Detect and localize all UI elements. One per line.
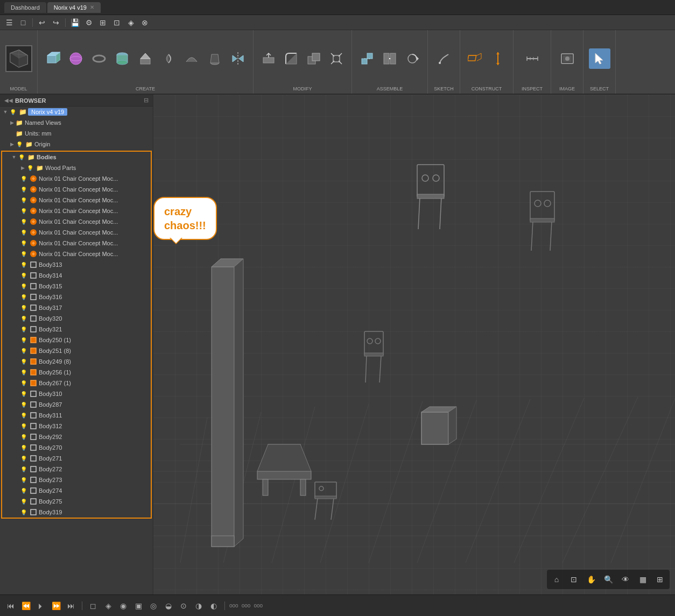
- tree-body311[interactable]: 💡 Body311: [2, 410, 151, 421]
- tree-body320[interactable]: 💡 Body320: [2, 313, 151, 324]
- settings-button[interactable]: ⚙: [83, 17, 95, 29]
- create-extrude-tool[interactable]: [135, 48, 156, 69]
- tree-units[interactable]: ▶ 📁 Units: mm: [0, 128, 153, 139]
- status-tool6[interactable]: ◒: [162, 599, 175, 612]
- model-cube-view[interactable]: [5, 45, 32, 72]
- nav-grid-button[interactable]: ⊞: [652, 572, 667, 587]
- status-tool4[interactable]: ▣: [132, 599, 145, 612]
- share-button[interactable]: ⊗: [139, 17, 151, 29]
- nav-zoom-button[interactable]: 🔍: [601, 572, 616, 587]
- modify-press-pull-tool[interactable]: [258, 48, 279, 69]
- tree-component-8[interactable]: 💡 Norix 01 Chair Concept Moc...: [2, 249, 151, 259]
- create-box-tool[interactable]: [42, 48, 64, 69]
- status-tool5[interactable]: ◎: [147, 599, 160, 612]
- tree-body319[interactable]: 💡 Body319: [2, 507, 151, 518]
- create-sphere-tool[interactable]: [65, 48, 87, 69]
- status-tool2[interactable]: ◈: [102, 599, 115, 612]
- tree-body312[interactable]: 💡 Body312: [2, 421, 151, 431]
- status-tool7[interactable]: ⊙: [177, 599, 190, 612]
- new-button[interactable]: □: [17, 17, 29, 29]
- tree-origin[interactable]: ▶ 💡 📁 Origin: [0, 139, 153, 150]
- capture-button[interactable]: ◈: [125, 17, 137, 29]
- undo-button[interactable]: ↩: [36, 17, 48, 29]
- ribbon-construct-label: CONSTRUCT: [472, 86, 502, 91]
- tree-body321[interactable]: 💡 Body321: [2, 324, 151, 335]
- nav-pan-button[interactable]: ✋: [583, 572, 599, 587]
- inspect-measure-tool[interactable]: [522, 48, 543, 69]
- create-cylinder-tool[interactable]: [111, 48, 133, 69]
- browser-collapse-icon[interactable]: ◀◀: [4, 97, 13, 103]
- tree-component-3[interactable]: 💡 Norix 01 Chair Concept Moc...: [2, 195, 151, 206]
- tree-body287[interactable]: 💡 Body287: [2, 399, 151, 410]
- status-prev[interactable]: ⏪: [19, 599, 32, 612]
- tree-component-7[interactable]: 💡 Norix 01 Chair Concept Moc...: [2, 238, 151, 249]
- create-torus-tool[interactable]: [88, 48, 110, 69]
- nav-display-mode-button[interactable]: ▦: [635, 572, 650, 587]
- save-button[interactable]: 💾: [69, 17, 81, 29]
- modify-combine-tool[interactable]: [303, 48, 325, 69]
- 3d-viewport[interactable]: crazychaos!!! ⌂ ⊡ ✋ 🔍 👁 ▦ ⊞: [153, 95, 675, 594]
- tab-norix[interactable]: Norix v4 v19 ✕: [47, 2, 101, 13]
- tree-body271[interactable]: 💡 Body271: [2, 453, 151, 464]
- nav-fit-button[interactable]: ⊡: [566, 572, 581, 587]
- tree-body317[interactable]: 💡 Body317: [2, 302, 151, 313]
- create-mirror-tool[interactable]: [227, 48, 249, 69]
- redo-button[interactable]: ↪: [50, 17, 62, 29]
- tree-body274[interactable]: 💡 Body274: [2, 485, 151, 496]
- sketch-tool[interactable]: [433, 48, 455, 69]
- tree-body275[interactable]: 💡 Body275: [2, 496, 151, 507]
- tree-body315[interactable]: 💡 Body315: [2, 281, 151, 292]
- construct-axis-tool[interactable]: [487, 48, 509, 69]
- menu-button[interactable]: ☰: [3, 17, 15, 29]
- nav-look-button[interactable]: 👁: [618, 572, 633, 587]
- assemble-rigid-tool[interactable]: [379, 48, 400, 69]
- tree-component-2[interactable]: 💡 Norix 01 Chair Concept Moc...: [2, 184, 151, 195]
- status-tool9[interactable]: ◐: [207, 599, 220, 612]
- display-button[interactable]: ⊡: [111, 17, 123, 29]
- tree-body249[interactable]: 💡 Body249 (8): [2, 356, 151, 367]
- tree-body273[interactable]: 💡 Body273: [2, 475, 151, 485]
- assemble-joint-tool[interactable]: [356, 48, 378, 69]
- tree-body310[interactable]: 💡 Body310: [2, 388, 151, 399]
- tree-bodies[interactable]: ▼ 💡 📁 Bodies: [2, 152, 151, 162]
- tree-component-5[interactable]: 💡 Norix 01 Chair Concept Moc...: [2, 216, 151, 227]
- status-tool3[interactable]: ◉: [117, 599, 130, 612]
- tree-component-4[interactable]: 💡 Norix 01 Chair Concept Moc...: [2, 206, 151, 216]
- tree-body314[interactable]: 💡 Body314: [2, 270, 151, 281]
- status-next[interactable]: ⏩: [50, 599, 62, 612]
- assemble-motion-tool[interactable]: [402, 48, 423, 69]
- status-tool8[interactable]: ◑: [192, 599, 205, 612]
- tab-norix-close[interactable]: ✕: [90, 4, 94, 10]
- grid-button[interactable]: ⊞: [97, 17, 109, 29]
- image-render-tool[interactable]: [557, 48, 578, 69]
- tree-named-views[interactable]: ▶ 📁 Named Views: [0, 117, 153, 128]
- create-loft-tool[interactable]: [204, 48, 226, 69]
- tree-body250[interactable]: 💡 Body250 (1): [2, 335, 151, 345]
- tree-body267[interactable]: 💡 Body267 (1): [2, 378, 151, 388]
- construct-plane-tool[interactable]: [465, 48, 486, 69]
- create-revolve-tool[interactable]: [158, 48, 179, 69]
- status-next-next[interactable]: ⏭: [65, 599, 78, 612]
- tree-wood-parts[interactable]: ▶ 💡 📁 Wood Parts: [2, 162, 151, 173]
- select-tool[interactable]: [589, 48, 610, 69]
- status-prev-prev[interactable]: ⏮: [4, 599, 17, 612]
- tree-body292[interactable]: 💡 Body292: [2, 431, 151, 442]
- tree-body251[interactable]: 💡 Body251 (8): [2, 345, 151, 356]
- modify-fillet-tool[interactable]: [280, 48, 302, 69]
- tree-root-item[interactable]: ▼ 💡 📁 Norix v4 v19: [0, 107, 153, 117]
- status-tool1[interactable]: ◻: [87, 599, 100, 612]
- tree-component-6[interactable]: 💡 Norix 01 Chair Concept Moc...: [2, 227, 151, 238]
- body313-bulb: 💡: [19, 260, 28, 269]
- tree-body270[interactable]: 💡 Body270: [2, 442, 151, 453]
- browser-menu-icon[interactable]: ⊟: [144, 97, 149, 104]
- tab-dashboard[interactable]: Dashboard: [4, 2, 46, 13]
- modify-scale-tool[interactable]: [326, 48, 347, 69]
- tree-body272[interactable]: 💡 Body272: [2, 464, 151, 475]
- tree-body313[interactable]: 💡 Body313: [2, 259, 151, 270]
- nav-home-button[interactable]: ⌂: [549, 572, 564, 587]
- tree-component-1[interactable]: 💡 Norix 01 Chair Concept Moc...: [2, 173, 151, 184]
- create-sweep-tool[interactable]: [181, 48, 202, 69]
- status-play[interactable]: ⏵: [34, 599, 47, 612]
- tree-body256[interactable]: 💡 Body256 (1): [2, 367, 151, 378]
- tree-body316[interactable]: 💡 Body316: [2, 292, 151, 302]
